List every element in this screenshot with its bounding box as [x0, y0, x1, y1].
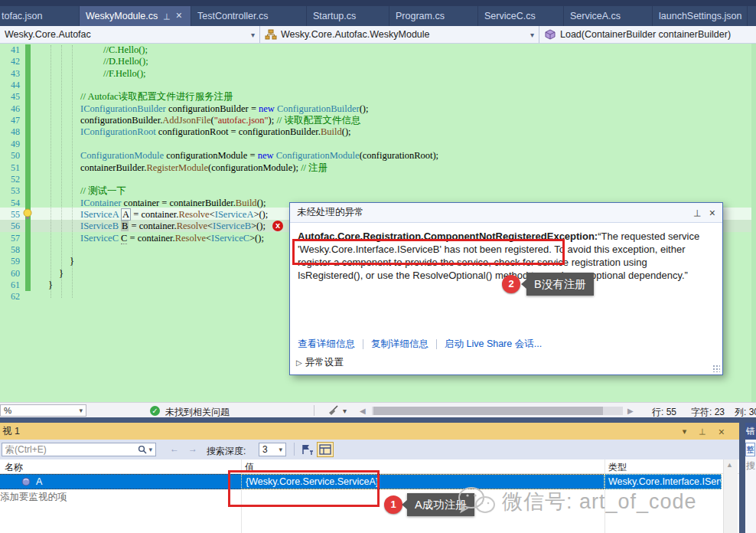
member-dropdown-label: Load(ContainerBuilder containerBuilder) — [560, 29, 751, 40]
view-details-link[interactable]: 查看详细信息 — [298, 338, 355, 351]
tab-launchSettings.json[interactable]: launchSettings.json — [653, 6, 748, 26]
scroll-up-arrow[interactable]: ▲ — [726, 461, 733, 469]
error-list-panel-sliver: 错 整 搜 — [745, 423, 756, 533]
toggle-format-icon[interactable] — [317, 442, 334, 457]
watch-vertical-scrollbar[interactable]: ▲ — [723, 459, 738, 533]
column-header-name[interactable]: 名称 — [5, 461, 23, 474]
pin-icon[interactable] — [163, 11, 171, 21]
close-icon[interactable] — [709, 206, 715, 219]
code-text: containerBuilder.RegisterModule(configur… — [80, 162, 327, 174]
tab-label: launchSettings.json — [659, 11, 741, 21]
line-number: 43 — [0, 68, 20, 80]
tab-Program.cs[interactable]: Program.cs — [389, 6, 478, 26]
scrollbar-thumb[interactable] — [373, 407, 603, 415]
search-depth-value: 3 — [262, 444, 268, 455]
back-arrow-icon[interactable]: ← — [170, 443, 179, 454]
line-number: 46 — [0, 103, 20, 115]
tab-Startup.cs[interactable]: Startup.cs — [307, 6, 389, 26]
watch-window-title: 视 1 — [2, 425, 20, 438]
code-text: } — [70, 256, 74, 267]
code-line-42: 42//D.Hello(); — [0, 56, 756, 68]
close-icon[interactable] — [719, 425, 725, 438]
error-list-button[interactable]: 整 — [745, 443, 755, 456]
tab-tofac.json[interactable]: tofac.json — [0, 6, 80, 26]
zoom-dropdown[interactable]: % — [0, 404, 86, 417]
code-text: IContainer container = containerBuilder.… — [80, 198, 266, 209]
window-menu-icon[interactable] — [683, 427, 687, 437]
forward-arrow-icon[interactable]: → — [188, 443, 197, 454]
expander-triangle-icon — [296, 358, 302, 367]
annotation-tooltip-2: B没有注册 — [526, 273, 594, 296]
code-text: // Autofac读取配置文件进行服务注册 — [80, 91, 233, 103]
zoom-value: % — [4, 406, 11, 415]
type-dropdown[interactable]: Wesky.Core.Autofac.WeskyModule — [260, 26, 539, 43]
tab-WeskyModule.cs[interactable]: WeskyModule.cs — [80, 6, 191, 26]
lightbulb-icon[interactable] — [22, 208, 33, 220]
live-share-link[interactable]: 启动 Live Share 会话... — [445, 338, 542, 351]
horizontal-scrollbar[interactable] — [372, 407, 623, 415]
tab-label: tofac.json — [2, 11, 43, 21]
code-text: configurationBuilder.AddJsonFile("autofa… — [80, 115, 360, 126]
line-number: 44 — [0, 80, 20, 91]
watch-search-input[interactable]: 索(Ctrl+E) — [2, 443, 156, 456]
copy-details-link[interactable]: 复制详细信息 — [371, 338, 429, 351]
scroll-left-arrow[interactable]: ◀ — [360, 407, 366, 415]
line-number: 60 — [0, 268, 20, 280]
tab-label: Startup.cs — [313, 11, 356, 21]
code-text: // 测试一下 — [80, 185, 126, 197]
error-list-search[interactable]: 搜 — [746, 459, 755, 473]
flag-format-icon[interactable] — [300, 443, 314, 456]
tab-label: TestController.cs — [197, 11, 268, 21]
error-list-header: 错 — [745, 423, 756, 440]
divider — [314, 405, 314, 416]
code-line-48: 48IConfigurationRoot configurationRoot =… — [0, 126, 756, 139]
code-text: IConfigurationBuilder configurationBuild… — [80, 103, 368, 115]
editor-scrollbar[interactable] — [751, 44, 756, 402]
exception-settings-expander[interactable]: 异常设置 — [296, 356, 344, 369]
line-number: 48 — [0, 126, 20, 138]
code-cleanup-broom-icon[interactable] — [327, 405, 339, 416]
pin-icon[interactable] — [693, 208, 701, 218]
line-number: 50 — [0, 150, 20, 162]
annotation-red-box-value — [228, 470, 380, 507]
code-text: IServiceA A = container.Resolve<IService… — [80, 209, 268, 221]
line-number: 56 — [0, 221, 20, 232]
class-icon — [265, 29, 277, 40]
line-number: 47 — [0, 115, 20, 126]
code-text: IConfigurationRoot configurationRoot = c… — [80, 126, 351, 138]
close-icon[interactable] — [176, 11, 182, 21]
panel-separator[interactable] — [0, 417, 756, 423]
panel-divider[interactable] — [739, 423, 745, 533]
search-icon — [138, 445, 147, 454]
resize-grip[interactable] — [712, 365, 720, 372]
search-depth-dropdown[interactable]: 3 — [259, 443, 286, 456]
project-dropdown[interactable]: Wesky.Core.Autofac — [0, 26, 260, 43]
member-dropdown[interactable]: Load(ContainerBuilder containerBuilder) — [539, 26, 756, 43]
search-placeholder: 索(Ctrl+E) — [5, 443, 47, 456]
tab-bar: tofac.jsonWeskyModule.csTestController.c… — [0, 6, 756, 26]
scroll-right-arrow[interactable]: ▶ — [627, 407, 634, 415]
chevron-down-icon[interactable] — [148, 446, 152, 453]
code-text: //C.Hello(); — [103, 44, 148, 56]
line-number: 53 — [0, 185, 20, 197]
project-dropdown-label: Wesky.Core.Autofac — [5, 29, 246, 40]
tab-TestController.cs[interactable]: TestController.cs — [191, 6, 307, 26]
chevron-down-icon[interactable] — [343, 407, 347, 415]
watch-window-titlebar[interactable]: 视 1 — [0, 423, 739, 440]
chevron-down-icon — [251, 31, 255, 39]
line-number: 54 — [0, 198, 20, 209]
wechat-icon — [456, 484, 497, 519]
annotation-circle-1: 1 — [384, 495, 402, 514]
type-dropdown-label: Wesky.Core.Autofac.WeskyModule — [281, 29, 526, 40]
tab-ServiceC.cs[interactable]: ServiceC.cs — [478, 6, 564, 26]
tab-ServiceA.cs[interactable]: ServiceA.cs — [564, 6, 653, 26]
exception-error-icon[interactable]: x — [272, 221, 283, 231]
code-line-50: 50ConfigurationModule configurationModul… — [0, 150, 756, 162]
code-line-53: 53// 测试一下 — [0, 185, 756, 198]
pin-icon[interactable] — [699, 427, 706, 437]
column-header-type[interactable]: 类型 — [608, 461, 627, 474]
line-number: 62 — [0, 291, 20, 302]
code-text: IServiceC C = container.Resolve<IService… — [80, 233, 264, 244]
exception-popup-titlebar: 未经处理的异常 — [290, 203, 722, 223]
tab-label: Program.cs — [396, 11, 445, 21]
